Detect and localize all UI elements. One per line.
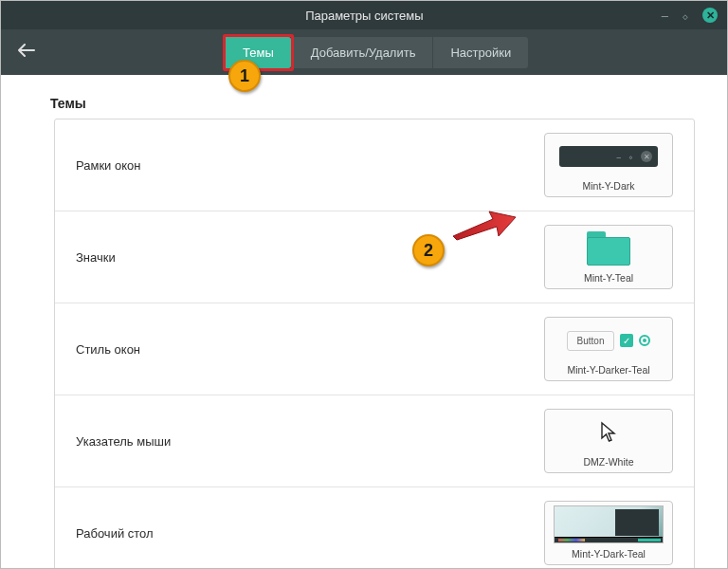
cursor-preview [554, 415, 664, 450]
frame-preview-icon: –⬦✕ [559, 146, 658, 167]
desktop-preview [554, 507, 664, 541]
row-label: Рабочий стол [76, 526, 154, 541]
settings-window: Параметры системы – ⬦ ✕ Темы Добавить/Уд… [0, 0, 728, 569]
content-area: Темы Рамки окон –⬦✕ Mint-Y-Dark Значки [1, 75, 727, 568]
selector-value: Mint-Y-Dark-Teal [572, 548, 646, 560]
selector-value: Mint-Y-Dark [582, 180, 634, 192]
tab-add-remove[interactable]: Добавить/Удалить [294, 37, 433, 68]
window-borders-preview: –⬦✕ [554, 139, 664, 174]
desktop-icon [554, 505, 664, 543]
radio-icon [639, 335, 650, 346]
arrow-left-icon [18, 44, 35, 57]
annotation-callout-1: 1 [228, 60, 261, 92]
window-controls: – ⬦ ✕ [662, 8, 718, 23]
annotation-arrow-icon [451, 208, 518, 242]
icons-selector[interactable]: Mint-Y-Teal [544, 225, 673, 289]
folder-icon [587, 231, 630, 266]
controls-selector[interactable]: Button ✓ Mint-Y-Darker-Teal [544, 317, 673, 381]
row-icons: Значки Mint-Y-Teal [55, 211, 694, 303]
row-label: Указатель мыши [76, 434, 171, 449]
titlebar: Параметры системы – ⬦ ✕ [1, 1, 727, 29]
maximize-button[interactable]: ⬦ [682, 9, 689, 23]
cursor-selector[interactable]: DMZ-White [544, 409, 673, 473]
controls-icon: Button ✓ [567, 331, 651, 351]
selector-value: Mint-Y-Darker-Teal [567, 364, 649, 376]
checkbox-icon: ✓ [620, 334, 633, 347]
icons-preview [554, 231, 664, 266]
selector-value: Mint-Y-Teal [584, 272, 633, 284]
selector-value: DMZ-White [583, 456, 633, 468]
toolbar: Темы Добавить/Удалить Настройки [1, 29, 727, 75]
back-button[interactable] [12, 40, 41, 64]
row-desktop: Рабочий стол Mint-Y-Dark-Teal [55, 487, 694, 568]
annotation-callout-2: 2 [412, 234, 445, 266]
row-controls: Стиль окон Button ✓ Mint-Y-Darker-Teal [55, 303, 694, 395]
row-label: Значки [76, 250, 116, 265]
tab-settings[interactable]: Настройки [432, 37, 528, 68]
tab-group: Темы Добавить/Удалить Настройки [223, 34, 528, 71]
desktop-selector[interactable]: Mint-Y-Dark-Teal [544, 501, 673, 565]
window-borders-selector[interactable]: –⬦✕ Mint-Y-Dark [544, 133, 673, 197]
section-title: Темы [50, 96, 695, 111]
cursor-icon [600, 421, 617, 444]
close-button[interactable]: ✕ [702, 8, 718, 23]
row-cursor: Указатель мыши DMZ-White [55, 395, 694, 487]
row-label: Стиль окон [76, 342, 140, 357]
row-window-borders: Рамки окон –⬦✕ Mint-Y-Dark [55, 119, 694, 211]
row-label: Рамки окон [76, 158, 140, 173]
controls-preview: Button ✓ [554, 323, 664, 358]
minimize-button[interactable]: – [662, 9, 668, 23]
window-title: Параметры системы [67, 9, 662, 23]
themes-panel: Рамки окон –⬦✕ Mint-Y-Dark Значки [54, 119, 695, 568]
